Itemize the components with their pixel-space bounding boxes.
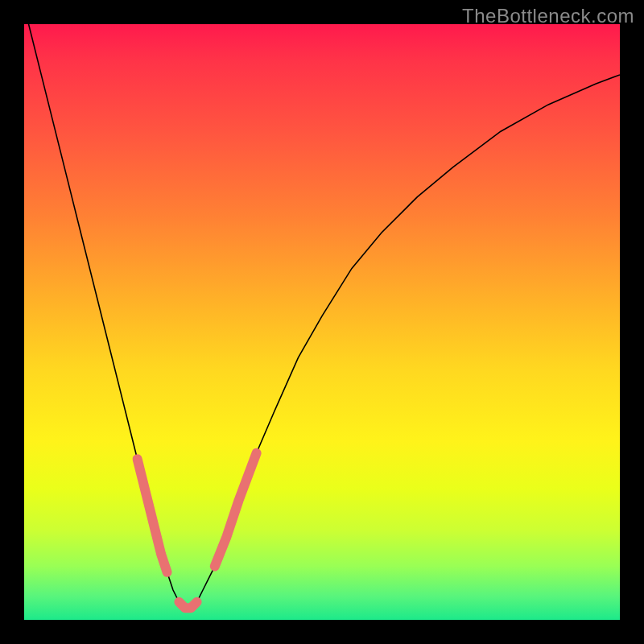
curve-svg <box>24 24 620 620</box>
marker-left-branch <box>138 459 167 572</box>
marker-bottom <box>179 602 196 608</box>
plot-area <box>24 24 620 620</box>
marker-right-branch <box>215 453 257 567</box>
bottleneck-curve <box>24 24 620 608</box>
chart-frame: TheBottleneck.com <box>0 0 644 644</box>
